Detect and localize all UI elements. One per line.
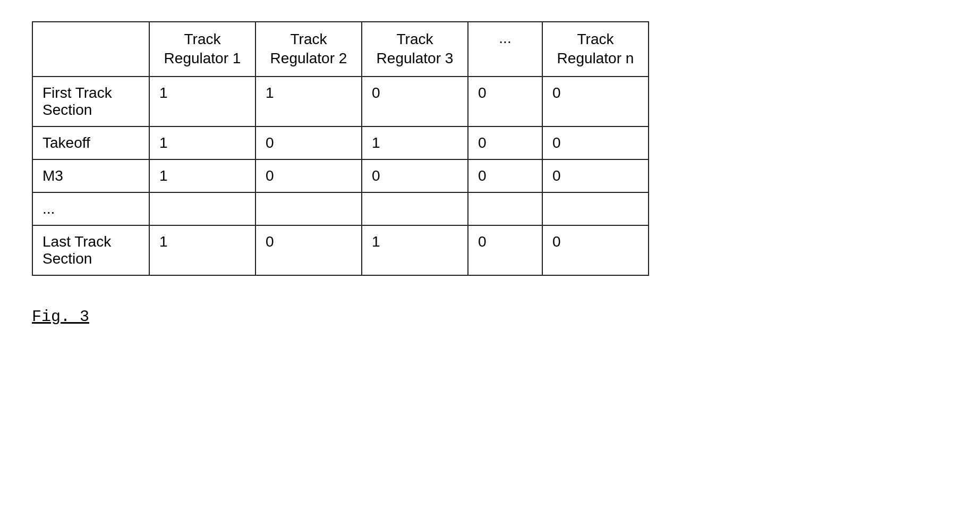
header-row: TrackRegulator 1 TrackRegulator 2 TrackR… bbox=[32, 22, 649, 77]
cell-lts-ellipsis: 0 bbox=[468, 225, 542, 275]
cell-lts-tr1: 1 bbox=[149, 225, 255, 275]
page-container: TrackRegulator 1 TrackRegulator 2 TrackR… bbox=[21, 16, 959, 326]
header-tr3: TrackRegulator 3 bbox=[362, 22, 468, 77]
cell-fts-tr1: 1 bbox=[149, 77, 255, 126]
header-ellipsis: ... bbox=[468, 22, 542, 77]
cell-el-tr3 bbox=[362, 192, 468, 225]
row-label-first-track: First TrackSection bbox=[32, 77, 149, 126]
cell-m3-tr3: 0 bbox=[362, 159, 468, 192]
cell-to-ellipsis: 0 bbox=[468, 126, 542, 159]
header-tr2: TrackRegulator 2 bbox=[255, 22, 362, 77]
header-trn: TrackRegulator n bbox=[542, 22, 649, 77]
row-label-takeoff: Takeoff bbox=[32, 126, 149, 159]
cell-m3-tr2: 0 bbox=[255, 159, 362, 192]
cell-fts-tr2: 1 bbox=[255, 77, 362, 126]
cell-m3-ellipsis: 0 bbox=[468, 159, 542, 192]
table-row: M3 1 0 0 0 0 bbox=[32, 159, 649, 192]
cell-to-tr1: 1 bbox=[149, 126, 255, 159]
cell-to-trn: 0 bbox=[542, 126, 649, 159]
data-table: TrackRegulator 1 TrackRegulator 2 TrackR… bbox=[32, 21, 649, 276]
cell-lts-trn: 0 bbox=[542, 225, 649, 275]
figure-label: Fig. 3 bbox=[32, 308, 89, 326]
cell-fts-tr3: 0 bbox=[362, 77, 468, 126]
table-row: Last TrackSection 1 0 1 0 0 bbox=[32, 225, 649, 275]
cell-m3-tr1: 1 bbox=[149, 159, 255, 192]
row-label-ellipsis: ... bbox=[32, 192, 149, 225]
table-wrapper: TrackRegulator 1 TrackRegulator 2 TrackR… bbox=[32, 21, 649, 276]
cell-el-trn bbox=[542, 192, 649, 225]
cell-to-tr3: 1 bbox=[362, 126, 468, 159]
table-row: First TrackSection 1 1 0 0 0 bbox=[32, 77, 649, 126]
cell-fts-trn: 0 bbox=[542, 77, 649, 126]
cell-lts-tr3: 1 bbox=[362, 225, 468, 275]
cell-m3-trn: 0 bbox=[542, 159, 649, 192]
table-row: ... bbox=[32, 192, 649, 225]
header-empty bbox=[32, 22, 149, 77]
row-label-last-track: Last TrackSection bbox=[32, 225, 149, 275]
header-tr1: TrackRegulator 1 bbox=[149, 22, 255, 77]
cell-el-ellipsis bbox=[468, 192, 542, 225]
cell-el-tr2 bbox=[255, 192, 362, 225]
cell-el-tr1 bbox=[149, 192, 255, 225]
cell-to-tr2: 0 bbox=[255, 126, 362, 159]
row-label-m3: M3 bbox=[32, 159, 149, 192]
cell-fts-ellipsis: 0 bbox=[468, 77, 542, 126]
table-row: Takeoff 1 0 1 0 0 bbox=[32, 126, 649, 159]
cell-lts-tr2: 0 bbox=[255, 225, 362, 275]
